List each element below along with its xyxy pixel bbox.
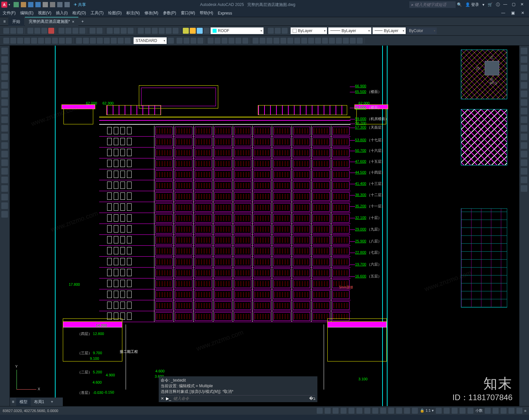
- undo-icon[interactable]: [57, 2, 62, 7]
- isodraft-toggle[interactable]: [356, 408, 362, 414]
- layerstate-icon[interactable]: [268, 28, 274, 34]
- trim2-icon[interactable]: [521, 125, 527, 132]
- menu-express[interactable]: Express: [218, 11, 232, 16]
- cart-icon[interactable]: 🛒: [488, 2, 493, 7]
- autodesk-app-icon[interactable]: ▾: [482, 2, 484, 7]
- table-icon[interactable]: [1, 194, 8, 200]
- layer-freeze-icon[interactable]: [197, 28, 203, 34]
- web-icon[interactable]: [43, 2, 48, 7]
- join2-icon[interactable]: [521, 159, 527, 166]
- layouttabs-menu-icon[interactable]: ≡: [10, 399, 16, 404]
- copyobj-icon[interactable]: [521, 56, 527, 63]
- erase-icon[interactable]: [253, 38, 259, 44]
- dim-cont-icon[interactable]: [66, 38, 72, 44]
- intersect-icon[interactable]: [228, 38, 234, 44]
- menu-window[interactable]: 窗口(W): [181, 10, 195, 16]
- dim-arc-icon[interactable]: [17, 38, 23, 44]
- dim-dia-icon[interactable]: [38, 38, 44, 44]
- drawing-canvas[interactable]: 北 西 南 WCS 62.000: [10, 46, 519, 406]
- jogged-icon[interactable]: [111, 38, 117, 44]
- hwacc-toggle[interactable]: [509, 408, 514, 414]
- ref-clip-icon[interactable]: [183, 38, 189, 44]
- line-icon[interactable]: [1, 48, 8, 54]
- breakpt-icon[interactable]: [521, 142, 527, 149]
- presspull-icon[interactable]: [242, 38, 248, 44]
- qs-cycle-toggle[interactable]: [388, 408, 394, 414]
- app-logo[interactable]: A: [1, 2, 7, 8]
- inspect-icon[interactable]: [104, 38, 110, 44]
- menu-draw[interactable]: 绘图(D): [108, 10, 122, 16]
- monitor-icon[interactable]: [460, 408, 466, 414]
- layeriso-icon[interactable]: [275, 28, 281, 34]
- dimedit-icon[interactable]: [118, 38, 124, 44]
- move-icon[interactable]: [287, 38, 293, 44]
- menu-view[interactable]: 视图(V): [38, 10, 51, 16]
- cmd-close-icon[interactable]: ✕: [161, 396, 164, 401]
- rotate-icon[interactable]: [294, 38, 300, 44]
- tab-model[interactable]: 模型: [16, 398, 31, 406]
- fillet-icon[interactable]: [350, 38, 356, 44]
- hatch-icon[interactable]: [1, 168, 8, 175]
- centermark-icon[interactable]: [97, 38, 103, 44]
- qcalc-icon[interactable]: [173, 28, 179, 34]
- command-window[interactable]: 命令: _textedit 当前设置: 编辑模式 = Multiple 选择注释…: [159, 376, 317, 402]
- status-coords[interactable]: 83827.0320, 402726.5680, 0.0000: [3, 409, 58, 413]
- annovis-toggle[interactable]: [436, 408, 442, 414]
- rect-icon[interactable]: [1, 82, 8, 89]
- saveas-icon[interactable]: [35, 2, 41, 7]
- transp-toggle[interactable]: [380, 408, 386, 414]
- mtext-icon[interactable]: [1, 202, 8, 209]
- signin-button[interactable]: 👤 登录: [465, 2, 479, 8]
- customize-statusbar-icon[interactable]: ≡: [524, 409, 526, 413]
- extrude-icon[interactable]: [235, 38, 241, 44]
- offset-icon[interactable]: [273, 38, 279, 44]
- plot-icon[interactable]: [50, 2, 55, 7]
- gradient-icon[interactable]: [1, 177, 8, 183]
- textstyle-combo[interactable]: STANDARD: [134, 37, 167, 44]
- scale2-icon[interactable]: [521, 108, 527, 114]
- app-menu-chevron[interactable]: ▾: [9, 3, 10, 6]
- open-icon[interactable]: [21, 2, 26, 7]
- ref-frame-icon[interactable]: [197, 38, 203, 44]
- dim-linear-icon[interactable]: [3, 38, 9, 44]
- help-icon[interactable]: ⓘ: [496, 2, 500, 8]
- close-icon[interactable]: ✕: [520, 2, 526, 7]
- qs-toggle[interactable]: [412, 408, 418, 414]
- union-icon[interactable]: [215, 38, 221, 44]
- explode-icon[interactable]: [357, 38, 363, 44]
- markup-icon[interactable]: [166, 28, 172, 34]
- cleanscreen-toggle[interactable]: [516, 408, 522, 414]
- move2-icon[interactable]: [521, 91, 527, 97]
- copy2-icon[interactable]: [260, 38, 265, 44]
- cmd-recent-icon[interactable]: �ב: [309, 396, 315, 401]
- open2-icon[interactable]: [10, 28, 16, 34]
- publish-icon[interactable]: [41, 28, 47, 34]
- chamfer-icon[interactable]: [343, 38, 349, 44]
- array2-icon[interactable]: [521, 82, 527, 89]
- lineweight-combo[interactable]: ByLayer: [373, 27, 406, 34]
- point-icon[interactable]: [1, 159, 8, 166]
- spline-icon[interactable]: [1, 116, 8, 123]
- dim-break-icon[interactable]: [83, 38, 89, 44]
- new-icon[interactable]: [14, 2, 19, 7]
- ref-attach-icon[interactable]: [177, 38, 183, 44]
- extend-icon[interactable]: [322, 38, 328, 44]
- dim-ord-icon[interactable]: [24, 38, 30, 44]
- redo2-icon[interactable]: [97, 28, 102, 34]
- menu-help[interactable]: 帮助(H): [200, 10, 213, 16]
- ws-switch[interactable]: [452, 408, 458, 414]
- menu-modify[interactable]: 修改(M): [144, 10, 158, 16]
- dim-space-icon[interactable]: [76, 38, 82, 44]
- paste-icon[interactable]: [72, 28, 78, 34]
- erase2-icon[interactable]: [521, 48, 527, 54]
- chamfer2-icon[interactable]: [521, 168, 527, 175]
- pline-icon[interactable]: [1, 65, 8, 71]
- dim-radius-icon[interactable]: [31, 38, 37, 44]
- annoscale-label[interactable]: 🔒 1:1 ▾: [420, 408, 433, 413]
- matchprop-icon[interactable]: [79, 28, 85, 34]
- pan-icon[interactable]: [107, 28, 113, 34]
- circle-icon[interactable]: [1, 99, 8, 106]
- tab-start[interactable]: 开始: [8, 17, 24, 26]
- menu-dimension[interactable]: 标注(N): [126, 10, 140, 16]
- ref-edit-icon[interactable]: [190, 38, 196, 44]
